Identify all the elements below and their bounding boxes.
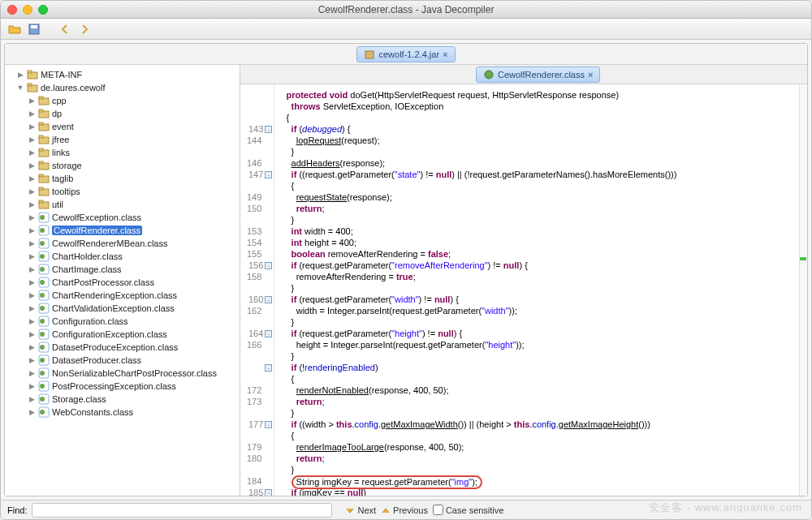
overview-ruler[interactable]: [799, 84, 807, 496]
line-gutter: 143-144 146147- 149150 153154155156-158 …: [240, 84, 274, 496]
svg-rect-8: [39, 97, 43, 99]
tree-expand-icon[interactable]: ▼: [16, 84, 24, 92]
tree-expand-icon[interactable]: ▶: [28, 304, 36, 312]
tree-expand-icon[interactable]: ▶: [28, 369, 36, 377]
fold-toggle-icon[interactable]: -: [265, 262, 272, 269]
tree-expand-icon[interactable]: ▶: [28, 148, 36, 157]
tree-class-item[interactable]: ▶ChartImage.class: [5, 263, 240, 276]
case-sensitive-toggle[interactable]: Case sensitive: [433, 505, 504, 515]
tree-item-label: META-INF: [41, 70, 82, 80]
svg-point-48: [40, 358, 45, 363]
tree-expand-icon[interactable]: ▶: [28, 213, 36, 221]
tree-expand-icon[interactable]: ▶: [28, 343, 36, 351]
tree-expand-icon[interactable]: ▶: [28, 317, 36, 325]
tree-expand-icon[interactable]: ▶: [28, 174, 36, 183]
tree-item-label: Configuration.class: [52, 316, 128, 326]
jar-tab[interactable]: cewolf-1.2.4.jar ×: [356, 46, 455, 62]
tree-expand-icon[interactable]: ▶: [28, 252, 36, 260]
tree-expand-icon[interactable]: ▶: [28, 239, 36, 247]
tree-class-item[interactable]: ▶WebConstants.class: [5, 406, 240, 419]
fold-toggle-icon[interactable]: -: [265, 296, 272, 303]
find-input[interactable]: [32, 503, 332, 518]
tree-expand-icon[interactable]: ▶: [28, 226, 36, 234]
tree-package-item[interactable]: ▶storage: [5, 159, 240, 172]
svg-rect-12: [39, 122, 43, 125]
tree-class-item[interactable]: ▶ConfigurationException.class: [5, 328, 240, 341]
tree-package-item[interactable]: ▶util: [5, 198, 240, 211]
tree-package-item[interactable]: ▶META-INF: [5, 68, 240, 81]
tree-class-item[interactable]: ▶ChartValidationException.class: [5, 302, 240, 315]
tree-class-item[interactable]: ▶CewolfRendererMBean.class: [5, 237, 240, 250]
tree-expand-icon[interactable]: ▶: [28, 382, 36, 390]
tree-package-item[interactable]: ▼de.laures.cewolf: [5, 81, 240, 94]
tree-expand-icon[interactable]: ▶: [28, 122, 36, 131]
tree-class-item[interactable]: ▶Storage.class: [5, 393, 240, 406]
package-tree[interactable]: ▶META-INF▼de.laures.cewolf▶cpp▶dp▶event▶…: [5, 65, 240, 496]
svg-point-44: [40, 332, 45, 337]
tree-class-item[interactable]: ▶DatasetProduceException.class: [5, 341, 240, 354]
tree-item-label: DatasetProducer.class: [52, 355, 141, 365]
find-next-button[interactable]: Next: [345, 505, 376, 515]
tree-expand-icon[interactable]: ▶: [28, 395, 36, 403]
open-file-button[interactable]: [7, 22, 22, 37]
tree-expand-icon[interactable]: ▶: [16, 71, 24, 79]
class-icon: [38, 329, 50, 340]
case-sensitive-checkbox[interactable]: [433, 505, 443, 515]
package-icon: [38, 121, 50, 132]
tree-expand-icon[interactable]: ▶: [28, 110, 36, 118]
fold-toggle-icon[interactable]: -: [265, 126, 272, 133]
code-viewer[interactable]: 143-144 146147- 149150 153154155156-158 …: [240, 84, 807, 496]
tree-class-item[interactable]: ▶CewolfRenderer.class: [5, 224, 240, 237]
tree-expand-icon[interactable]: ▶: [28, 200, 36, 208]
tree-expand-icon[interactable]: ▶: [28, 356, 36, 364]
tree-package-item[interactable]: ▶jfree: [5, 133, 240, 146]
fold-toggle-icon[interactable]: -: [265, 364, 272, 372]
tree-package-item[interactable]: ▶tooltips: [5, 185, 240, 198]
close-tab-icon[interactable]: ×: [443, 49, 447, 59]
tree-item-label: NonSerializableChartPostProcessor.class: [52, 368, 217, 378]
tree-class-item[interactable]: ▶Configuration.class: [5, 315, 240, 328]
tree-item-label: ChartValidationException.class: [52, 303, 175, 313]
tree-expand-icon[interactable]: ▶: [28, 187, 36, 196]
fold-toggle-icon[interactable]: -: [265, 171, 272, 178]
tree-class-item[interactable]: ▶CewolfException.class: [5, 211, 240, 224]
tree-expand-icon[interactable]: ▶: [28, 291, 36, 299]
tree-expand-icon[interactable]: ▶: [28, 97, 36, 105]
tree-class-item[interactable]: ▶ChartPostProcessor.class: [5, 276, 240, 289]
nav-forward-button[interactable]: [77, 22, 92, 37]
nav-back-button[interactable]: [58, 22, 72, 37]
fold-toggle-icon[interactable]: -: [265, 330, 272, 337]
tree-package-item[interactable]: ▶links: [5, 146, 240, 159]
source-code: protected void doGet(HttpServletRequest …: [274, 84, 807, 496]
tree-package-item[interactable]: ▶taglib: [5, 172, 240, 185]
tree-class-item[interactable]: ▶ChartRenderingException.class: [5, 289, 240, 302]
tree-package-item[interactable]: ▶cpp: [5, 94, 240, 107]
svg-rect-18: [39, 161, 43, 164]
tree-expand-icon[interactable]: ▶: [28, 408, 36, 416]
tree-class-item[interactable]: ▶ChartHolder.class: [5, 250, 240, 263]
tree-class-item[interactable]: ▶PostProcessingException.class: [5, 380, 240, 393]
tree-expand-icon[interactable]: ▶: [28, 278, 36, 286]
editor-tab[interactable]: CewolfRenderer.class ×: [476, 67, 600, 83]
tree-item-label: ChartRenderingException.class: [52, 290, 177, 300]
tree-item-label: ConfigurationException.class: [52, 329, 167, 339]
fold-toggle-icon[interactable]: -: [265, 489, 272, 496]
svg-point-56: [40, 410, 45, 415]
close-editor-tab-icon[interactable]: ×: [588, 70, 593, 80]
tree-expand-icon[interactable]: ▶: [28, 265, 36, 273]
save-button[interactable]: [27, 22, 41, 37]
class-icon: [483, 69, 495, 80]
tree-expand-icon[interactable]: ▶: [28, 330, 36, 338]
tree-item-label: jfree: [52, 135, 69, 144]
fold-toggle-icon[interactable]: -: [265, 421, 272, 428]
package-icon: [38, 199, 50, 210]
tree-expand-icon[interactable]: ▶: [28, 161, 36, 170]
tree-class-item[interactable]: ▶NonSerializableChartPostProcessor.class: [5, 367, 240, 380]
tree-package-item[interactable]: ▶event: [5, 120, 240, 133]
tree-package-item[interactable]: ▶dp: [5, 107, 240, 120]
tree-class-item[interactable]: ▶DatasetProducer.class: [5, 354, 240, 367]
tree-item-label: tooltips: [52, 187, 80, 196]
tree-expand-icon[interactable]: ▶: [28, 135, 36, 144]
find-prev-button[interactable]: Previous: [381, 505, 428, 515]
svg-point-40: [40, 306, 45, 311]
